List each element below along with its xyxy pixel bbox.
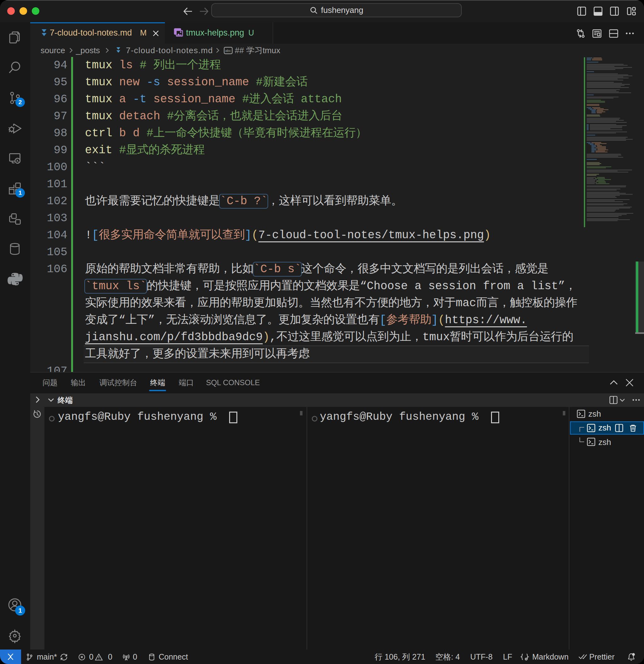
svg-text:abc: abc xyxy=(225,49,231,53)
